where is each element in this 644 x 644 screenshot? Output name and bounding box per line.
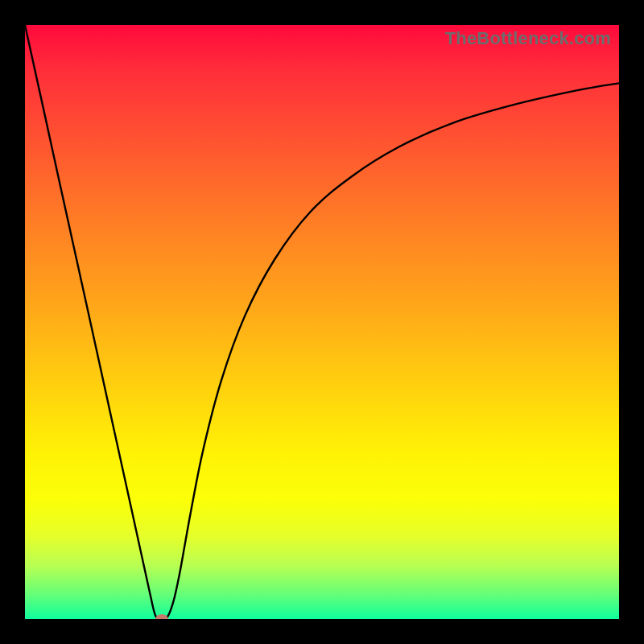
chart-frame: TheBottleneck.com xyxy=(0,0,644,644)
plot-area: TheBottleneck.com xyxy=(25,25,619,619)
bottleneck-curve-svg xyxy=(25,25,619,619)
bottleneck-curve xyxy=(25,25,619,619)
minimum-marker xyxy=(155,614,168,619)
